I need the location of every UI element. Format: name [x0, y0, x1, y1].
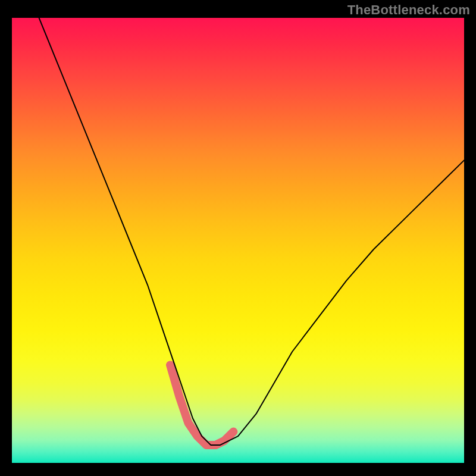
plot-area: [12, 18, 464, 463]
chart-stage: TheBottleneck.com: [0, 0, 476, 476]
bottleneck-curve: [39, 18, 464, 445]
curves-svg: [12, 18, 464, 463]
optimal-range-highlight: [170, 365, 233, 445]
watermark-text: TheBottleneck.com: [347, 2, 470, 18]
